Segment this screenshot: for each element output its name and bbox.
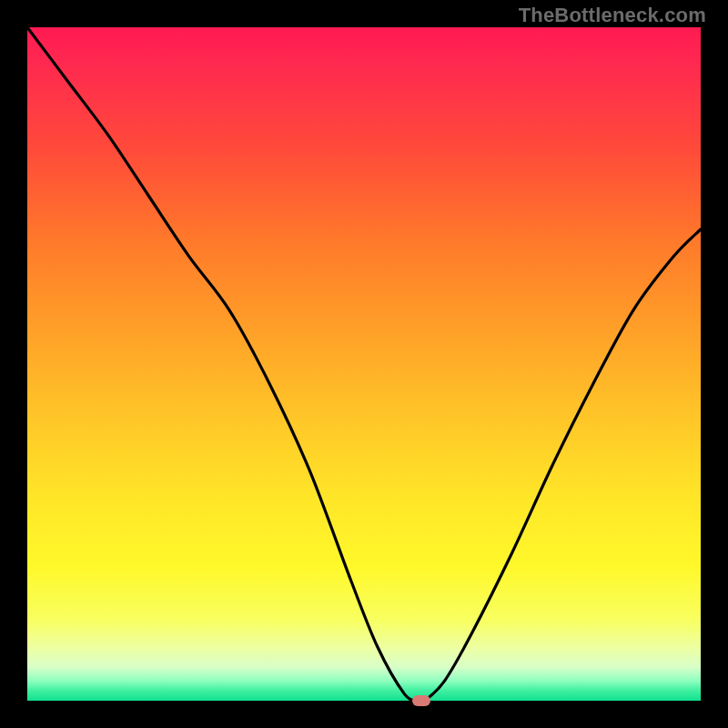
- optimal-marker: [412, 695, 430, 706]
- bottleneck-curve: [27, 27, 701, 701]
- chart-container: TheBottleneck.com: [0, 0, 728, 728]
- plot-area: [27, 27, 701, 701]
- curve-svg: [27, 27, 701, 701]
- watermark-text: TheBottleneck.com: [519, 4, 706, 27]
